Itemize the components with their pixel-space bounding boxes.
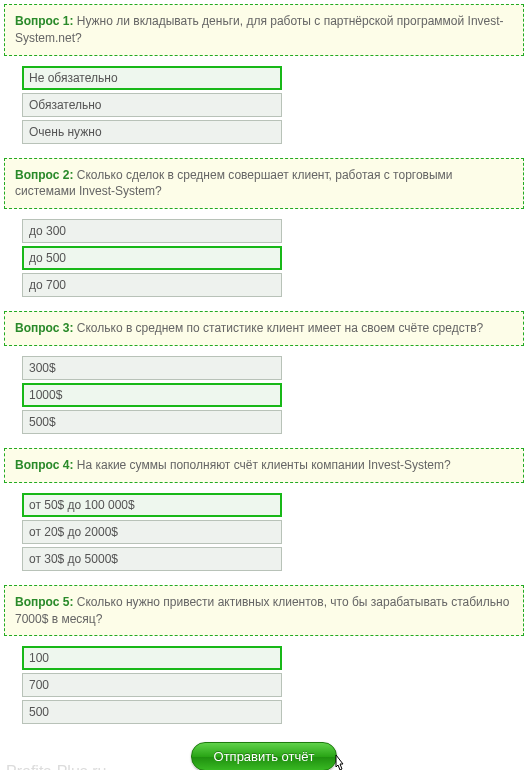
answer-option[interactable]: до 700 <box>22 273 282 297</box>
question-box-2: Вопрос 2: Сколько сделок в среднем совер… <box>4 158 524 210</box>
answer-option[interactable]: Очень нужно <box>22 120 282 144</box>
answer-option[interactable]: от 50$ до 100 000$ <box>22 493 282 517</box>
watermark-text: Profits-Plus.ru <box>4 763 524 770</box>
answer-option[interactable]: 1000$ <box>22 383 282 407</box>
question-box-5: Вопрос 5: Сколько нужно привести активны… <box>4 585 524 637</box>
answer-option[interactable]: до 500 <box>22 246 282 270</box>
question-label: Вопрос 4: <box>15 458 73 472</box>
question-box-3: Вопрос 3: Сколько в среднем по статистик… <box>4 311 524 346</box>
answer-option[interactable]: 500 <box>22 700 282 724</box>
question-text: Сколько в среднем по статистике клиент и… <box>77 321 483 335</box>
question-text: Нужно ли вкладывать деньги, для работы с… <box>15 14 504 45</box>
answer-option[interactable]: 500$ <box>22 410 282 434</box>
answer-list: до 300до 500до 700 <box>22 219 524 297</box>
answer-option[interactable]: 700 <box>22 673 282 697</box>
answer-list: Не обязательноОбязательноОчень нужно <box>22 66 524 144</box>
question-label: Вопрос 2: <box>15 168 73 182</box>
answer-option[interactable]: от 30$ до 5000$ <box>22 547 282 571</box>
question-text: Сколько сделок в среднем совершает клиен… <box>15 168 453 199</box>
answer-list: 300$1000$500$ <box>22 356 524 434</box>
question-label: Вопрос 3: <box>15 321 73 335</box>
question-box-4: Вопрос 4: На какие суммы пополняют счёт … <box>4 448 524 483</box>
question-label: Вопрос 5: <box>15 595 73 609</box>
answer-option[interactable]: от 20$ до 2000$ <box>22 520 282 544</box>
question-label: Вопрос 1: <box>15 14 73 28</box>
answer-list: от 50$ до 100 000$от 20$ до 2000$от 30$ … <box>22 493 524 571</box>
answer-option[interactable]: 300$ <box>22 356 282 380</box>
answer-list: 100700500 <box>22 646 524 724</box>
answer-option[interactable]: 100 <box>22 646 282 670</box>
answer-option[interactable]: Обязательно <box>22 93 282 117</box>
answer-option[interactable]: до 300 <box>22 219 282 243</box>
answer-option[interactable]: Не обязательно <box>22 66 282 90</box>
question-box-1: Вопрос 1: Нужно ли вкладывать деньги, дл… <box>4 4 524 56</box>
submit-button-label: Отправить отчёт <box>214 749 315 764</box>
question-text: Сколько нужно привести активных клиентов… <box>15 595 509 626</box>
question-text: На какие суммы пополняют счёт клиенты ко… <box>77 458 451 472</box>
